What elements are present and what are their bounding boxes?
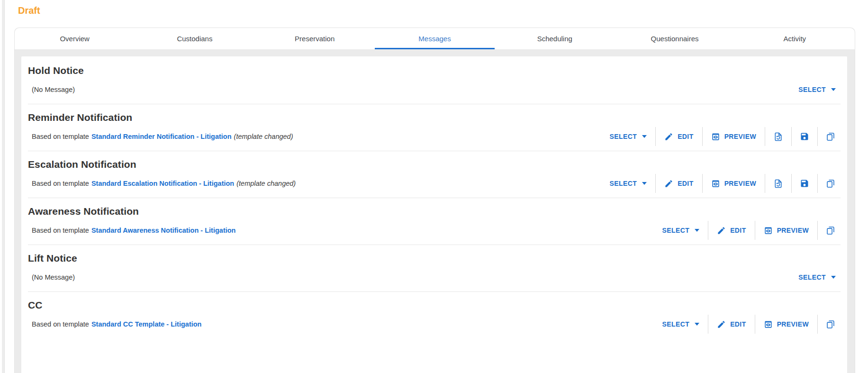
pencil-icon xyxy=(717,320,726,329)
select-button[interactable]: SELECT xyxy=(790,268,841,287)
section-hold-notice: Hold Notice (No Message) SELECT xyxy=(28,57,841,104)
tab-preservation[interactable]: Preservation xyxy=(255,28,375,49)
tab-questionnaires[interactable]: Questionnaires xyxy=(615,28,734,49)
restore-page-icon xyxy=(773,132,783,142)
status-badge-draft: Draft xyxy=(18,5,868,16)
section-title: Hold Notice xyxy=(28,65,841,76)
based-on-template-text: Based on template Standard Reminder Noti… xyxy=(32,127,293,146)
copy-button[interactable] xyxy=(817,174,841,193)
based-prefix: Based on template xyxy=(32,320,89,328)
action-bar: SELECT EDIT PREVIEW xyxy=(653,315,841,334)
copy-button[interactable] xyxy=(817,315,841,334)
caret-down-icon xyxy=(831,88,836,91)
restore-template-button[interactable] xyxy=(765,174,791,193)
copy-icon xyxy=(826,132,836,142)
edit-button[interactable]: EDIT xyxy=(708,315,755,334)
tab-bar: Overview Custodians Preservation Message… xyxy=(15,28,855,49)
edit-button[interactable]: EDIT xyxy=(655,127,702,146)
template-changed-note: (template changed) xyxy=(236,180,296,187)
based-prefix: Based on template xyxy=(32,133,89,140)
preview-button[interactable]: PREVIEW xyxy=(702,174,765,193)
save-icon xyxy=(800,179,809,188)
copy-button[interactable] xyxy=(817,127,841,146)
no-message-text: (No Message) xyxy=(32,268,75,287)
restore-page-icon xyxy=(773,179,783,189)
template-link[interactable]: Standard Awareness Notification - Litiga… xyxy=(91,227,236,234)
caret-down-icon xyxy=(695,323,699,326)
save-button[interactable] xyxy=(791,127,817,146)
messages-card: Hold Notice (No Message) SELECT Reminder… xyxy=(21,56,847,373)
pencil-icon xyxy=(717,226,726,235)
preview-eye-icon xyxy=(711,132,720,141)
pencil-icon xyxy=(664,179,673,188)
section-reminder-notification: Reminder Notification Based on template … xyxy=(28,104,841,151)
preview-eye-icon xyxy=(764,226,773,235)
select-button[interactable]: SELECT xyxy=(601,174,655,193)
save-icon xyxy=(800,132,809,141)
based-on-template-text: Based on template Standard Escalation No… xyxy=(32,174,296,193)
copy-icon xyxy=(826,179,836,189)
save-button[interactable] xyxy=(791,174,817,193)
legal-hold-page: Draft Overview Custodians Preservation M… xyxy=(5,0,868,373)
based-on-template-text: Based on template Standard Awareness Not… xyxy=(32,221,238,240)
section-title: Awareness Notification xyxy=(28,206,841,217)
messages-panel: Overview Custodians Preservation Message… xyxy=(14,27,855,373)
select-button[interactable]: SELECT xyxy=(653,221,708,240)
copy-icon xyxy=(826,319,836,329)
section-awareness-notification: Awareness Notification Based on template… xyxy=(28,198,841,245)
section-title: CC xyxy=(28,300,841,311)
edit-button[interactable]: EDIT xyxy=(708,221,755,240)
preview-eye-icon xyxy=(711,179,720,188)
tab-custodians[interactable]: Custodians xyxy=(135,28,254,49)
section-title: Escalation Notification xyxy=(28,159,841,170)
edit-button[interactable]: EDIT xyxy=(655,174,702,193)
action-bar: SELECT EDIT PREVIEW xyxy=(601,127,841,146)
caret-down-icon xyxy=(695,229,699,232)
section-escalation-notification: Escalation Notification Based on templat… xyxy=(28,151,841,198)
based-prefix: Based on template xyxy=(32,180,89,187)
action-bar: SELECT xyxy=(790,80,841,99)
tab-scheduling[interactable]: Scheduling xyxy=(495,28,615,49)
template-link[interactable]: Standard Escalation Notification - Litig… xyxy=(91,180,234,187)
select-button[interactable]: SELECT xyxy=(790,80,841,99)
section-title: Reminder Notification xyxy=(28,112,841,123)
action-bar: SELECT xyxy=(790,268,841,287)
section-cc: CC Based on template Standard CC Templat… xyxy=(28,292,841,338)
action-bar: SELECT EDIT PREVIEW xyxy=(653,221,841,240)
section-lift-notice: Lift Notice (No Message) SELECT xyxy=(28,245,841,292)
caret-down-icon xyxy=(642,182,647,185)
tab-overview[interactable]: Overview xyxy=(15,28,135,49)
caret-down-icon xyxy=(831,276,836,279)
template-changed-note: (template changed) xyxy=(234,133,293,140)
action-bar: SELECT EDIT PREVIEW xyxy=(601,174,841,193)
select-button[interactable]: SELECT xyxy=(653,315,708,334)
caret-down-icon xyxy=(642,135,647,138)
no-message-text: (No Message) xyxy=(32,80,75,99)
based-on-template-text: Based on template Standard CC Template -… xyxy=(32,315,204,334)
preview-eye-icon xyxy=(764,320,773,329)
template-link[interactable]: Standard CC Template - Litigation xyxy=(91,320,202,328)
pencil-icon xyxy=(664,132,673,141)
preview-button[interactable]: PREVIEW xyxy=(755,315,817,334)
tab-messages[interactable]: Messages xyxy=(375,28,495,49)
section-title: Lift Notice xyxy=(28,253,841,264)
template-link[interactable]: Standard Reminder Notification - Litigat… xyxy=(91,133,232,140)
tab-activity[interactable]: Activity xyxy=(735,28,855,49)
copy-icon xyxy=(826,226,836,236)
select-button[interactable]: SELECT xyxy=(601,127,655,146)
based-prefix: Based on template xyxy=(32,227,89,234)
preview-button[interactable]: PREVIEW xyxy=(755,221,817,240)
preview-button[interactable]: PREVIEW xyxy=(702,127,765,146)
restore-template-button[interactable] xyxy=(765,127,791,146)
copy-button[interactable] xyxy=(817,221,841,240)
